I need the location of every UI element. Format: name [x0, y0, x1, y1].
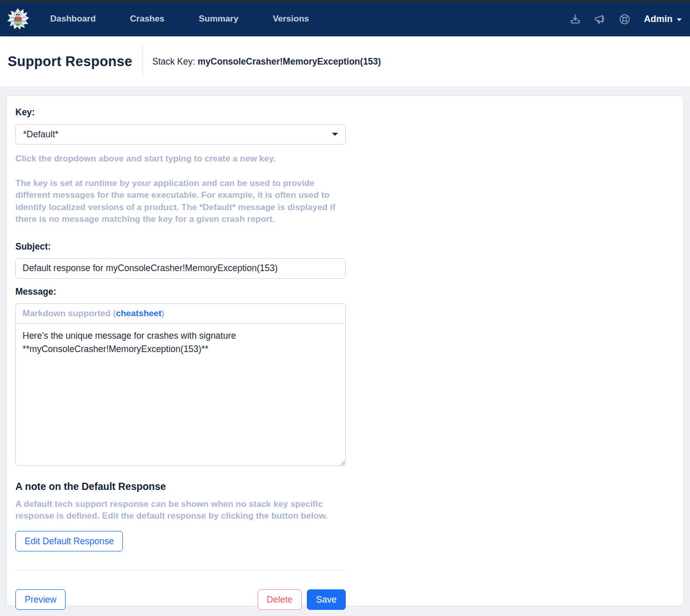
preview-button[interactable]: Preview: [15, 589, 66, 610]
stack-key-label: Stack Key:: [152, 56, 195, 67]
message-label: Message:: [15, 286, 346, 297]
key-select-value: *Default*: [23, 129, 58, 140]
markdown-cheatsheet-link[interactable]: cheatsheet: [116, 309, 161, 319]
key-help-text: Click the dropdown above and start typin…: [15, 153, 346, 165]
subject-input[interactable]: [15, 258, 346, 279]
form-actions: Preview Delete Save: [15, 589, 346, 610]
nav-link-versions[interactable]: Versions: [273, 14, 309, 24]
nav-link-summary[interactable]: Summary: [199, 14, 238, 24]
edit-default-response-button[interactable]: Edit Default Response: [15, 531, 123, 551]
form-divider: [15, 570, 346, 570]
page-header: Support Response Stack Key: myConsoleCra…: [0, 36, 690, 87]
support-response-card: Key: *Default* Click the dropdown above …: [6, 95, 684, 606]
subject-label: Subject:: [15, 241, 346, 252]
delete-button[interactable]: Delete: [258, 589, 302, 610]
markdown-hint-suffix: ): [161, 309, 164, 319]
main-content: Key: *Default* Click the dropdown above …: [0, 87, 690, 606]
page-title: Support Response: [8, 54, 132, 70]
save-button[interactable]: Save: [307, 589, 346, 610]
chevron-down-icon: [677, 18, 682, 21]
admin-menu-label: Admin: [644, 14, 673, 25]
nav-link-dashboard[interactable]: Dashboard: [50, 14, 96, 24]
header-divider: [142, 46, 143, 77]
navbar-right: Admin: [557, 13, 682, 25]
message-textarea[interactable]: Here's the unique message for crashes wi…: [15, 323, 346, 466]
select-caret-icon: [332, 133, 338, 136]
download-icon[interactable]: [569, 13, 581, 25]
markdown-hint-prefix: Markdown supported (: [23, 309, 116, 319]
admin-menu[interactable]: Admin: [644, 14, 682, 25]
default-response-note-title: A note on the Default Response: [15, 481, 346, 492]
bugsplat-logo[interactable]: [6, 7, 30, 31]
stack-key-value: myConsoleCrasher!MemoryException(153): [198, 56, 381, 67]
navbar: Dashboard Crashes Summary Versions: [0, 2, 690, 36]
main-nav: Dashboard Crashes Summary Versions: [50, 14, 343, 24]
key-select[interactable]: *Default*: [15, 124, 346, 145]
key-label: Key:: [15, 107, 346, 118]
default-response-note-body: A default tech support response can be s…: [15, 498, 346, 522]
support-response-form: Key: *Default* Click the dropdown above …: [15, 107, 346, 610]
nav-link-crashes[interactable]: Crashes: [130, 14, 164, 24]
stack-key: Stack Key: myConsoleCrasher!MemoryExcept…: [152, 56, 381, 67]
key-description-text: The key is set at runtime by your applic…: [15, 177, 346, 225]
markdown-hint-bar: Markdown supported (cheatsheet): [15, 303, 346, 324]
megaphone-icon[interactable]: [594, 13, 606, 25]
support-life-ring-icon[interactable]: [618, 13, 631, 25]
